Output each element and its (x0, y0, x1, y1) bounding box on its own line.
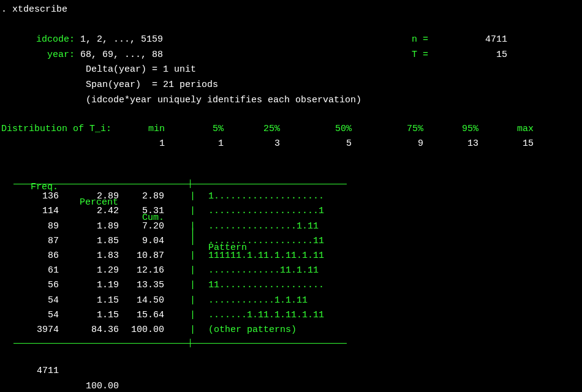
total-freq: 4711 (37, 364, 59, 379)
row-pattern: 111111.1.11.1.11.1.11 (208, 249, 324, 264)
dist-val-min: 1 (159, 137, 165, 152)
row-pattern: 11................... (208, 278, 324, 293)
row-pct: 1.19 (86, 278, 119, 293)
row-pattern: .......1.11.1.11.1.11 (208, 308, 324, 323)
row-pattern: .............11.1.11 (208, 263, 319, 279)
row-freq: 3974 (37, 323, 59, 338)
table-row: 397484.36100.00|(other patterns) (13, 323, 581, 337)
T-value: 15 (496, 48, 507, 63)
span-line: Span(year) = 21 periods (1, 78, 581, 93)
table-header: Freq. Percent Cum. | Pattern (13, 165, 581, 178)
table-rule-bottom (13, 339, 581, 347)
row-pct: 1.29 (86, 263, 119, 279)
row-pct: 84.36 (86, 323, 119, 338)
vertical-bar: | (190, 278, 195, 293)
panelvar-line: idcode: 1, 2, ..., 5159 n = 4711 (1, 32, 581, 48)
dist-val-max: 15 (523, 137, 534, 152)
vertical-bar: | (190, 204, 195, 219)
vertical-bar: | (190, 323, 195, 338)
dist-val-p75: 9 (418, 137, 423, 152)
dist-hdr-p95: 95% (462, 122, 478, 137)
vertical-bar: | (190, 249, 195, 264)
n-label: n = (412, 32, 428, 48)
row-cum: 12.16 (131, 263, 164, 279)
row-cum: 15.64 (131, 308, 164, 323)
row-pattern: ...................11 (208, 234, 324, 249)
row-pct: 1.15 (86, 308, 119, 323)
dist-hdr-p5: 5% (213, 122, 224, 137)
row-freq: 54 (37, 308, 59, 323)
row-cum: 2.89 (131, 189, 164, 205)
row-pct: 1.15 (86, 293, 119, 309)
timevar-label: year: (1, 48, 75, 63)
row-cum: 9.04 (131, 234, 164, 249)
row-pattern: ................1.11 (208, 219, 319, 235)
dist-hdr-p75: 75% (407, 122, 423, 137)
row-freq: 86 (37, 249, 59, 264)
row-cum: 10.87 (131, 249, 164, 264)
total-pct: 100.00 (86, 379, 119, 392)
dist-val-p95: 13 (467, 137, 478, 152)
row-freq: 87 (37, 234, 59, 249)
vertical-bar: | (190, 308, 195, 323)
dist-val-p50: 5 (346, 137, 352, 152)
dist-val-p5: 1 (218, 137, 224, 152)
distribution-values: 1 1 3 5 9 13 15 (1, 137, 581, 151)
table-row: 541.1515.64|.......1.11.1.11.1.11 (13, 308, 581, 323)
table-row: 891.897.20|................1.11 (13, 219, 581, 234)
dist-hdr-max: max (517, 122, 534, 137)
vertical-bar: | (190, 263, 195, 279)
distribution-header: Distribution of T_i: min 5% 25% 50% 75% … (1, 122, 581, 137)
row-cum: 14.50 (131, 293, 164, 309)
dist-val-p25: 3 (274, 137, 280, 152)
row-pct: 2.42 (86, 204, 119, 219)
dist-hdr-p50: 50% (335, 122, 352, 137)
table-row: 861.8310.87|111111.1.11.1.11.1.11 (13, 249, 581, 263)
table-rule-top (13, 179, 581, 188)
T-label: T = (412, 48, 428, 63)
row-pattern: ............1.1.11 (208, 293, 308, 309)
vertical-bar: | (190, 219, 195, 235)
row-cum: 13.35 (131, 278, 164, 293)
panelvar-label: idcode: (1, 32, 75, 48)
row-pct: 2.89 (86, 189, 119, 205)
dist-hdr-min: min (148, 122, 165, 137)
row-pattern: 1.................... (208, 189, 324, 205)
table-row: 541.1514.50|............1.1.11 (13, 293, 581, 308)
row-cum: 7.20 (131, 219, 164, 235)
row-freq: 61 (37, 263, 59, 279)
panelvar-range: 1, 2, ..., 5159 (80, 34, 163, 45)
table-row: 871.859.04|...................11 (13, 234, 581, 249)
command-line: . xtdescribe (1, 2, 581, 18)
pattern-table: Freq. Percent Cum. | Pattern 1362.892.89… (13, 165, 581, 363)
table-row: 1362.892.89|1.................... (13, 189, 581, 204)
table-row: 611.2912.16|.............11.1.11 (13, 263, 581, 278)
row-pattern: (other patterns) (208, 323, 297, 338)
n-value: 4711 (485, 32, 507, 48)
vertical-bar: | (190, 234, 195, 249)
delta-line: Delta(year) = 1 unit (1, 62, 581, 78)
row-pct: 1.83 (86, 249, 119, 264)
row-freq: 136 (37, 189, 59, 205)
row-cum: 100.00 (131, 323, 164, 338)
row-freq: 54 (37, 293, 59, 309)
timevar-range: 68, 69, ..., 88 (80, 50, 163, 60)
row-pct: 1.89 (86, 219, 119, 235)
row-freq: 56 (37, 278, 59, 293)
dist-hdr-p25: 25% (263, 122, 280, 137)
table-total-row: 4711 100.00 | XXXXXX.X.XX.X.XX.X.XX (13, 349, 581, 363)
vertical-bar: | (190, 293, 195, 309)
table-row: 1142.425.31|....................1 (13, 204, 581, 219)
row-cum: 5.31 (131, 204, 164, 219)
row-pattern: ....................1 (208, 204, 324, 219)
dist-label: Distribution of T_i: (1, 124, 111, 134)
row-pct: 1.85 (86, 234, 119, 249)
row-freq: 114 (37, 204, 59, 219)
unique-line: (idcode*year uniquely identifies each ob… (1, 93, 581, 108)
vertical-bar: | (190, 189, 195, 205)
table-row: 561.1913.35|11................... (13, 278, 581, 293)
row-freq: 89 (37, 219, 59, 235)
timevar-line: year: 68, 69, ..., 88 T = 15 (1, 48, 581, 63)
